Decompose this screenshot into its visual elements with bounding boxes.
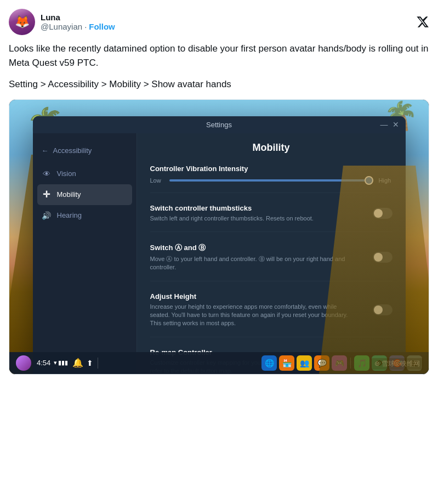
taskbar-icons-group: 🌐 🏪 👥 💬 🎮 🎵 ⚙ 🎯 ⊞	[103, 355, 422, 371]
avatar[interactable]: 🦊	[9, 9, 35, 35]
taskbar-container: 4:54 ▾ ▮▮▮ 🔔 ⬆ 🌐 🏪 👥 💬 🎮	[9, 352, 429, 374]
wifi-battery-indicator: ▾ ▮▮▮	[54, 359, 68, 366]
taskbar-icon-teal[interactable]: ⚙	[372, 355, 387, 371]
username: @Lunayian	[41, 22, 82, 31]
taskbar-avatar[interactable]	[16, 355, 31, 371]
vibration-slider[interactable]: Low High	[150, 177, 393, 184]
settings-main-content: Mobility Controller Vibration Intensity …	[137, 133, 406, 374]
x-logo-icon	[416, 15, 429, 29]
vr-scene-background: 🌴 🌴 Settings — ✕ ←	[9, 100, 429, 374]
setting-adjust-height: Adjust Height Increase your height to ex…	[150, 292, 393, 337]
close-button[interactable]: ✕	[393, 120, 399, 129]
adjust-height-toggle[interactable]	[373, 304, 393, 315]
tweet-card: 🦊 Luna @Lunayian · Follow Looks like the…	[0, 0, 438, 375]
adjust-height-toggle-thumb	[374, 305, 383, 314]
switch-ab-desc: Move Ⓐ to your left hand and controller.…	[150, 255, 373, 272]
taskbar-time: 4:54	[37, 359, 50, 367]
settings-window: Settings — ✕ ← Accessibility	[33, 116, 406, 374]
taskbar-icon-people[interactable]: 👥	[297, 355, 312, 371]
watermark-logo: ⊛ 雪球 · 映维网	[374, 360, 420, 367]
vision-icon: 👁	[42, 169, 52, 179]
settings-back-button[interactable]: ← Accessibility	[33, 142, 136, 159]
slider-track[interactable]	[169, 179, 373, 182]
avatar-image: 🦊	[9, 9, 35, 35]
adjust-height-text: Adjust Height Increase your height to ex…	[150, 292, 356, 328]
taskbar-separator-2	[350, 358, 351, 369]
slider-low-label: Low	[150, 177, 164, 184]
switch-ab-toggle-thumb	[374, 253, 383, 262]
setting-controller-vibration: Controller Vibration Intensity Low High	[150, 165, 393, 193]
taskbar-icon-store[interactable]: 🏪	[279, 355, 294, 371]
wifi-icon: ▾	[54, 359, 57, 366]
taskbar-separator-1	[98, 358, 98, 369]
slider-high-label: High	[379, 177, 393, 184]
switch-ab-control-row: Switch Ⓐ and Ⓑ Move Ⓐ to your left hand …	[150, 243, 393, 272]
username-follow-row: @Lunayian · Follow	[41, 22, 115, 31]
taskbar-icon-purple[interactable]: 🎮	[332, 355, 347, 371]
tweet-header: 🦊 Luna @Lunayian · Follow	[9, 9, 429, 35]
display-name: Luna	[41, 13, 115, 22]
sidebar-item-hearing[interactable]: 🔊 Hearing	[33, 205, 136, 226]
thumbsticks-label: Switch controller thumbsticks	[150, 204, 314, 212]
setting-switch-thumbsticks: Switch controller thumbsticks Switch lef…	[150, 204, 393, 232]
thumbsticks-desc: Switch left and right controller thumbst…	[150, 214, 314, 223]
sidebar-label-vision: Vision	[57, 169, 76, 178]
thumbsticks-text: Switch controller thumbsticks Switch lef…	[150, 204, 314, 223]
tweet-image: 🌴 🌴 Settings — ✕ ←	[9, 99, 429, 375]
tweet-path-text: Setting > Accessibility > Mobility > Sho…	[9, 77, 429, 92]
taskbar-icon-messages[interactable]: 💬	[314, 355, 329, 371]
switch-ab-text: Switch Ⓐ and Ⓑ Move Ⓐ to your left hand …	[150, 243, 373, 272]
thumbsticks-toggle[interactable]	[373, 208, 393, 219]
settings-sidebar: ← Accessibility 👁 Vision ✛ Mobility �	[33, 133, 137, 374]
dot-separator: ·	[84, 22, 87, 31]
settings-titlebar: Settings — ✕	[33, 116, 406, 133]
adjust-height-label: Adjust Height	[150, 292, 356, 301]
sidebar-item-mobility[interactable]: ✛ Mobility	[37, 184, 132, 205]
back-arrow-icon: ←	[42, 146, 49, 155]
taskbar-icon-green[interactable]: 🎵	[354, 355, 369, 371]
taskbar: 4:54 ▾ ▮▮▮ 🔔 ⬆ 🌐 🏪 👥 💬 🎮	[9, 352, 429, 374]
mobility-page-title: Mobility	[150, 142, 393, 154]
notification-icon[interactable]: 🔔	[72, 358, 83, 368]
taskbar-icon-dark[interactable]: ⊞	[407, 355, 422, 371]
tweet-body-text: Looks like the recently datamined option…	[9, 42, 429, 70]
taskbar-icon-indigo[interactable]: 🎯	[389, 355, 405, 371]
sidebar-label-mobility: Mobility	[57, 190, 81, 199]
slider-thumb[interactable]	[365, 176, 373, 185]
adjust-height-control-row: Adjust Height Increase your height to ex…	[150, 292, 393, 328]
remap-chevron-icon: ›	[389, 357, 392, 367]
adjust-height-desc: Increase your height to experience apps …	[150, 303, 356, 328]
sidebar-section-title: Accessibility	[53, 146, 92, 155]
switch-ab-label: Switch Ⓐ and Ⓑ	[150, 243, 373, 253]
watermark: ⊛ 雪球 · 映维网	[371, 358, 423, 370]
setting-switch-ab: Switch Ⓐ and Ⓑ Move Ⓐ to your left hand …	[150, 243, 393, 281]
taskbar-icon-globe[interactable]: 🌐	[261, 355, 277, 371]
minimize-button[interactable]: —	[380, 120, 388, 129]
follow-button[interactable]: Follow	[89, 22, 115, 31]
user-info: Luna @Lunayian · Follow	[41, 13, 115, 31]
mobility-icon: ✛	[42, 190, 52, 200]
sidebar-label-hearing: Hearing	[57, 211, 82, 219]
thumbsticks-control-row: Switch controller thumbsticks Switch lef…	[150, 204, 393, 223]
vibration-label: Controller Vibration Intensity	[150, 165, 393, 173]
settings-body: ← Accessibility 👁 Vision ✛ Mobility �	[33, 133, 406, 374]
thumbsticks-toggle-thumb	[374, 209, 383, 218]
battery-icon: ▮▮▮	[58, 359, 68, 366]
titlebar-controls: — ✕	[380, 120, 399, 129]
upload-icon[interactable]: ⬆	[87, 359, 93, 367]
switch-ab-toggle[interactable]	[373, 252, 393, 263]
hearing-icon: 🔊	[42, 211, 52, 220]
sidebar-item-vision[interactable]: 👁 Vision	[33, 163, 136, 184]
settings-title: Settings	[206, 121, 232, 129]
tweet-user: 🦊 Luna @Lunayian · Follow	[9, 9, 115, 35]
